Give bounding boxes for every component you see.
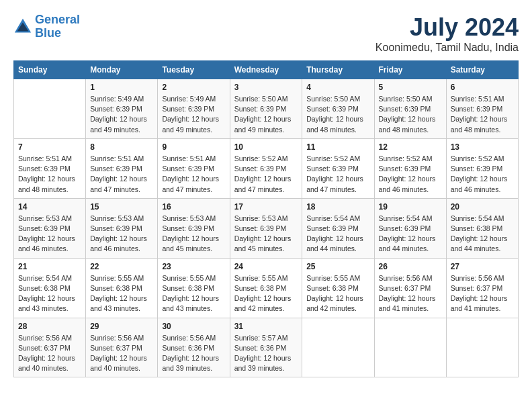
day-info: Sunrise: 5:52 AM Sunset: 6:39 PM Dayligh… (234, 154, 298, 195)
day-cell: 29Sunrise: 5:56 AM Sunset: 6:37 PM Dayli… (86, 318, 158, 377)
day-number: 26 (379, 262, 442, 271)
day-info: Sunrise: 5:52 AM Sunset: 6:39 PM Dayligh… (451, 154, 514, 195)
day-number: 1 (90, 83, 153, 92)
day-number: 4 (306, 83, 369, 92)
week-row-4: 21Sunrise: 5:54 AM Sunset: 6:38 PM Dayli… (14, 258, 519, 318)
day-cell: 28Sunrise: 5:56 AM Sunset: 6:37 PM Dayli… (14, 318, 86, 377)
week-row-1: 1Sunrise: 5:49 AM Sunset: 6:39 PM Daylig… (14, 79, 519, 139)
day-cell: 14Sunrise: 5:53 AM Sunset: 6:39 PM Dayli… (14, 198, 86, 258)
day-info: Sunrise: 5:52 AM Sunset: 6:39 PM Dayligh… (306, 154, 369, 195)
day-info: Sunrise: 5:56 AM Sunset: 6:36 PM Dayligh… (162, 333, 225, 374)
day-number: 22 (90, 262, 153, 271)
day-cell: 2Sunrise: 5:49 AM Sunset: 6:39 PM Daylig… (158, 79, 230, 139)
day-cell (302, 318, 374, 377)
logo-icon (13, 17, 32, 36)
day-info: Sunrise: 5:51 AM Sunset: 6:39 PM Dayligh… (18, 154, 81, 195)
day-number: 9 (162, 142, 225, 152)
day-cell: 10Sunrise: 5:52 AM Sunset: 6:39 PM Dayli… (230, 138, 302, 198)
day-cell: 16Sunrise: 5:53 AM Sunset: 6:39 PM Dayli… (158, 198, 230, 258)
day-info: Sunrise: 5:53 AM Sunset: 6:39 PM Dayligh… (18, 214, 81, 255)
day-info: Sunrise: 5:53 AM Sunset: 6:39 PM Dayligh… (234, 214, 298, 255)
day-number: 25 (306, 262, 369, 271)
title-block: July 2024 Koonimedu, Tamil Nadu, India (375, 13, 519, 54)
day-number: 29 (90, 322, 153, 331)
month-year: July 2024 (375, 13, 519, 42)
day-cell: 7Sunrise: 5:51 AM Sunset: 6:39 PM Daylig… (14, 138, 86, 198)
day-info: Sunrise: 5:54 AM Sunset: 6:39 PM Dayligh… (379, 214, 442, 255)
day-number: 23 (162, 262, 225, 271)
day-cell: 27Sunrise: 5:56 AM Sunset: 6:37 PM Dayli… (446, 258, 518, 318)
day-number: 13 (451, 142, 514, 152)
day-cell: 13Sunrise: 5:52 AM Sunset: 6:39 PM Dayli… (446, 138, 518, 198)
logo-text: General Blue (35, 13, 80, 40)
day-info: Sunrise: 5:50 AM Sunset: 6:39 PM Dayligh… (379, 94, 442, 135)
day-info: Sunrise: 5:56 AM Sunset: 6:37 PM Dayligh… (379, 273, 442, 314)
day-info: Sunrise: 5:55 AM Sunset: 6:38 PM Dayligh… (306, 273, 369, 314)
day-number: 19 (379, 202, 442, 212)
day-number: 15 (90, 202, 153, 212)
day-number: 18 (306, 202, 369, 212)
day-cell: 8Sunrise: 5:51 AM Sunset: 6:39 PM Daylig… (86, 138, 158, 198)
day-cell: 22Sunrise: 5:55 AM Sunset: 6:38 PM Dayli… (86, 258, 158, 318)
day-info: Sunrise: 5:53 AM Sunset: 6:39 PM Dayligh… (90, 214, 153, 255)
day-cell (14, 79, 86, 139)
day-info: Sunrise: 5:56 AM Sunset: 6:37 PM Dayligh… (90, 333, 153, 374)
day-info: Sunrise: 5:51 AM Sunset: 6:39 PM Dayligh… (451, 94, 514, 135)
day-info: Sunrise: 5:49 AM Sunset: 6:39 PM Dayligh… (162, 94, 225, 135)
location: Koonimedu, Tamil Nadu, India (375, 42, 519, 54)
week-row-3: 14Sunrise: 5:53 AM Sunset: 6:39 PM Dayli… (14, 198, 519, 258)
day-info: Sunrise: 5:50 AM Sunset: 6:39 PM Dayligh… (234, 94, 298, 135)
day-cell (446, 318, 518, 377)
day-number: 5 (379, 83, 442, 92)
day-info: Sunrise: 5:55 AM Sunset: 6:38 PM Dayligh… (234, 273, 298, 314)
day-info: Sunrise: 5:54 AM Sunset: 6:38 PM Dayligh… (18, 273, 81, 314)
header-sunday: Sunday (14, 61, 86, 79)
day-cell (374, 318, 446, 377)
day-cell: 17Sunrise: 5:53 AM Sunset: 6:39 PM Dayli… (230, 198, 302, 258)
day-number: 10 (234, 142, 298, 152)
header-wednesday: Wednesday (230, 61, 302, 79)
day-cell: 11Sunrise: 5:52 AM Sunset: 6:39 PM Dayli… (302, 138, 374, 198)
day-info: Sunrise: 5:56 AM Sunset: 6:37 PM Dayligh… (451, 273, 514, 314)
day-number: 17 (234, 202, 298, 212)
day-info: Sunrise: 5:52 AM Sunset: 6:39 PM Dayligh… (379, 154, 442, 195)
day-info: Sunrise: 5:51 AM Sunset: 6:39 PM Dayligh… (162, 154, 225, 195)
week-row-2: 7Sunrise: 5:51 AM Sunset: 6:39 PM Daylig… (14, 138, 519, 198)
logo: General Blue (13, 13, 80, 40)
day-cell: 26Sunrise: 5:56 AM Sunset: 6:37 PM Dayli… (374, 258, 446, 318)
day-cell: 3Sunrise: 5:50 AM Sunset: 6:39 PM Daylig… (230, 79, 302, 139)
day-cell: 19Sunrise: 5:54 AM Sunset: 6:39 PM Dayli… (374, 198, 446, 258)
header-tuesday: Tuesday (158, 61, 230, 79)
day-info: Sunrise: 5:56 AM Sunset: 6:37 PM Dayligh… (18, 333, 81, 374)
day-number: 7 (18, 142, 81, 152)
day-cell: 24Sunrise: 5:55 AM Sunset: 6:38 PM Dayli… (230, 258, 302, 318)
day-info: Sunrise: 5:57 AM Sunset: 6:36 PM Dayligh… (234, 333, 298, 374)
day-info: Sunrise: 5:49 AM Sunset: 6:39 PM Dayligh… (90, 94, 153, 135)
day-info: Sunrise: 5:55 AM Sunset: 6:38 PM Dayligh… (162, 273, 225, 314)
week-row-5: 28Sunrise: 5:56 AM Sunset: 6:37 PM Dayli… (14, 318, 519, 377)
day-info: Sunrise: 5:55 AM Sunset: 6:38 PM Dayligh… (90, 273, 153, 314)
day-cell: 21Sunrise: 5:54 AM Sunset: 6:38 PM Dayli… (14, 258, 86, 318)
day-info: Sunrise: 5:53 AM Sunset: 6:39 PM Dayligh… (162, 214, 225, 255)
header-monday: Monday (86, 61, 158, 79)
day-cell: 31Sunrise: 5:57 AM Sunset: 6:36 PM Dayli… (230, 318, 302, 377)
day-number: 12 (379, 142, 442, 152)
day-cell: 15Sunrise: 5:53 AM Sunset: 6:39 PM Dayli… (86, 198, 158, 258)
day-cell: 25Sunrise: 5:55 AM Sunset: 6:38 PM Dayli… (302, 258, 374, 318)
calendar-table: SundayMondayTuesdayWednesdayThursdayFrid… (13, 60, 519, 377)
day-info: Sunrise: 5:51 AM Sunset: 6:39 PM Dayligh… (90, 154, 153, 195)
day-info: Sunrise: 5:54 AM Sunset: 6:39 PM Dayligh… (306, 214, 369, 255)
day-number: 6 (451, 83, 514, 92)
day-number: 30 (162, 322, 225, 331)
day-number: 21 (18, 262, 81, 271)
day-number: 27 (451, 262, 514, 271)
day-info: Sunrise: 5:50 AM Sunset: 6:39 PM Dayligh… (306, 94, 369, 135)
day-number: 8 (90, 142, 153, 152)
day-cell: 5Sunrise: 5:50 AM Sunset: 6:39 PM Daylig… (374, 79, 446, 139)
day-number: 16 (162, 202, 225, 212)
day-cell: 18Sunrise: 5:54 AM Sunset: 6:39 PM Dayli… (302, 198, 374, 258)
header-saturday: Saturday (446, 61, 518, 79)
header-row: SundayMondayTuesdayWednesdayThursdayFrid… (14, 61, 519, 79)
day-number: 11 (306, 142, 369, 152)
day-cell: 6Sunrise: 5:51 AM Sunset: 6:39 PM Daylig… (446, 79, 518, 139)
